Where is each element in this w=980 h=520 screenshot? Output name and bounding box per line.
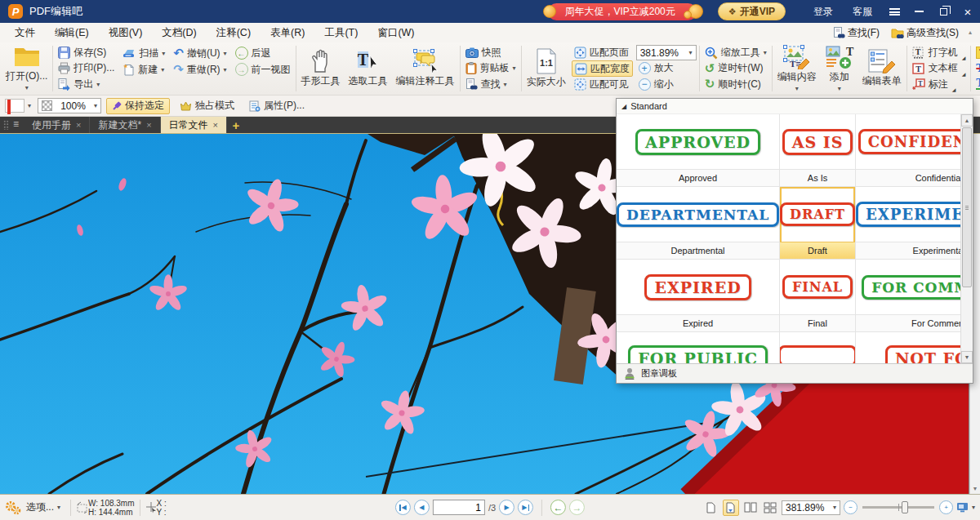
fit-visible-button[interactable]: 匹配可见 <box>572 77 633 92</box>
tab-daily-file[interactable]: 日常文件 × <box>161 117 227 133</box>
previous-view-button[interactable]: → 前一视图 <box>233 61 293 78</box>
menu-document[interactable]: 文档(D) <box>152 23 206 42</box>
stamp-item-experimental[interactable]: EXPERIMENTAL Experimental <box>856 187 973 259</box>
support-link[interactable]: 客服 <box>853 5 872 19</box>
tab-list-icon[interactable]: ≡ <box>11 117 24 133</box>
snapshot-button[interactable]: 快照 <box>463 45 519 60</box>
chevron-down-icon[interactable]: ▾ <box>972 504 975 511</box>
open-button[interactable]: 打开(O)... ▾ <box>2 43 51 94</box>
opacity-combo[interactable]: 100% ▾ <box>38 98 101 113</box>
fit-width-button[interactable]: 匹配宽度 <box>572 60 633 76</box>
new-document-button[interactable]: 新建 ▾ <box>120 61 167 78</box>
color-swatch-button[interactable]: ▾ <box>3 98 33 114</box>
menu-form[interactable]: 表单(R) <box>261 23 314 42</box>
stamp-item-as-is[interactable]: AS IS As Is <box>780 114 855 186</box>
scrollbar-thumb[interactable] <box>962 127 972 287</box>
add-content-button[interactable]: T 添加 ▾ <box>821 43 858 94</box>
undo-button[interactable]: ↶ 撤销(U) ▾ <box>171 45 229 61</box>
stamp-item-departmental[interactable]: DEPARTMENTAL Departmental <box>617 187 779 259</box>
menu-tools[interactable]: 工具(T) <box>314 23 368 42</box>
zoom-level-combo[interactable]: 381.89%▾ <box>636 45 697 60</box>
main-menu-button[interactable] <box>882 0 906 23</box>
print-button[interactable]: 打印(P)... <box>56 60 117 76</box>
last-page-button[interactable]: ▶ <box>518 500 533 515</box>
keep-selected-toggle[interactable]: 保持选定 <box>106 98 170 114</box>
save-button[interactable]: 保存(S) <box>56 45 117 60</box>
back-button[interactable]: ← 后退 <box>233 45 293 61</box>
select-tool-button[interactable]: T 选取工具 <box>345 43 392 94</box>
stamp-item-confidential[interactable]: CONFIDENTIAL Confidential <box>856 114 973 186</box>
export-button[interactable]: 导出 ▾ <box>56 77 117 92</box>
rotate-cw-button[interactable]: ↻ 顺时针(C) <box>702 77 769 92</box>
minimize-button[interactable] <box>906 0 931 23</box>
previous-view-nav-button[interactable]: ← <box>550 500 566 515</box>
single-page-view-button[interactable] <box>703 500 719 516</box>
zoom-in-button[interactable]: + 放大 <box>636 60 697 76</box>
scan-button[interactable]: 扫描 ▾ <box>120 45 167 61</box>
exclusive-mode-button[interactable]: 独占模式 <box>175 98 239 114</box>
stamp-item-partial[interactable] <box>780 332 855 363</box>
close-tab-icon[interactable]: × <box>76 120 81 130</box>
menu-window[interactable]: 窗口(W) <box>368 23 424 42</box>
highlight-button[interactable]: T 高亮 ◢ <box>973 45 980 60</box>
find-button[interactable]: 查找(F) <box>828 26 884 40</box>
continuous-view-button[interactable] <box>723 500 739 516</box>
textbox-button[interactable]: T 文本框 ◢ <box>910 60 969 76</box>
edit-annotation-tool-button[interactable]: 编辑注释工具 <box>392 43 459 94</box>
options-button[interactable]: 选项... ▾ <box>21 500 65 516</box>
open-vip-button[interactable]: ❖ 开通VIP <box>718 2 786 20</box>
scroll-down-icon[interactable]: ▼ <box>961 351 973 363</box>
menu-edit[interactable]: 编辑(E) <box>45 23 99 42</box>
strikeout-button[interactable]: T 删除线 ◢ <box>973 60 980 76</box>
reading-mode-icon[interactable] <box>956 502 969 513</box>
zoom-out-button[interactable]: − 缩小 <box>636 77 697 92</box>
menu-comment[interactable]: 注释(C) <box>207 23 261 42</box>
edit-form-button[interactable]: 编辑表单 <box>858 43 906 94</box>
rotate-ccw-button[interactable]: ↺ 逆时针(W) <box>702 60 769 76</box>
tab-manual[interactable]: 使用手册 × <box>24 117 90 133</box>
redo-button[interactable]: ↷ 重做(R) ▾ <box>171 61 229 78</box>
close-tab-icon[interactable]: × <box>213 120 218 130</box>
zoom-out-slider-button[interactable]: − <box>844 500 858 514</box>
clipboard-button[interactable]: 剪贴板 ▾ <box>463 60 519 76</box>
advanced-find-button[interactable]: 高级查找(S) <box>886 26 964 40</box>
first-page-button[interactable]: ◀ <box>395 500 411 515</box>
edit-content-button[interactable]: T≡ 编辑内容 ▾ <box>773 43 821 94</box>
stamp-item-not-for[interactable]: NOT FOR <box>856 332 973 363</box>
stamp-item-final[interactable]: FINAL Final <box>780 260 855 331</box>
promo-banner[interactable]: 周年大促，VIP立减200元 <box>548 3 696 20</box>
restore-button[interactable] <box>931 0 956 23</box>
page-number-input[interactable] <box>433 500 485 515</box>
typewriter-button[interactable]: T 打字机 ◢ <box>910 45 969 60</box>
previous-page-button[interactable]: ◀ <box>414 500 430 515</box>
stamp-panel-scrollbar[interactable]: ▲ ▼ <box>960 114 973 363</box>
scroll-up-icon[interactable]: ▲ <box>961 114 973 127</box>
stamp-item-for-public[interactable]: FOR PUBLIC <box>617 332 779 363</box>
callout-button[interactable]: T 标注 ◢ <box>910 77 969 92</box>
zoom-in-slider-button[interactable]: + <box>939 500 953 514</box>
login-link[interactable]: 登录 <box>813 5 833 19</box>
scroll-down-icon[interactable]: ▼ <box>970 483 980 494</box>
find-tool-button[interactable]: 查找 ▾ <box>463 77 519 92</box>
facing-continuous-view-button[interactable] <box>762 500 778 516</box>
next-view-nav-button[interactable]: → <box>569 500 585 515</box>
statusbar-zoom-combo[interactable]: 381.89% ▾ <box>782 500 840 515</box>
tabbar-grip[interactable] <box>3 120 9 130</box>
hand-tool-button[interactable]: 手形工具 <box>297 43 345 94</box>
stamp-item-for-comment[interactable]: FOR COMMENT For Comment <box>856 260 973 331</box>
stamp-item-expired[interactable]: EXPIRED Expired <box>617 260 779 331</box>
stamp-palette-button[interactable]: 图章调板 <box>617 363 973 383</box>
collapse-toolbar-icon[interactable]: ▴ <box>965 27 975 38</box>
new-tab-button[interactable]: + <box>227 117 245 133</box>
properties-button[interactable]: 属性(P)... <box>244 98 310 114</box>
zoom-tool-button[interactable]: 缩放工具 ▾ <box>702 45 769 60</box>
fit-page-button[interactable]: 匹配页面 <box>572 45 633 60</box>
actual-size-button[interactable]: 1:1 实际大小 <box>523 43 570 94</box>
close-tab-icon[interactable]: × <box>146 120 151 130</box>
close-button[interactable]: × <box>956 0 980 23</box>
stamp-group-header[interactable]: ◢ Standard <box>617 99 973 114</box>
menu-view[interactable]: 视图(V) <box>99 23 153 42</box>
tab-new-document[interactable]: 新建文档* × <box>90 117 160 133</box>
zoom-slider-thumb[interactable] <box>902 501 908 513</box>
menu-file[interactable]: 文件 <box>5 23 45 42</box>
